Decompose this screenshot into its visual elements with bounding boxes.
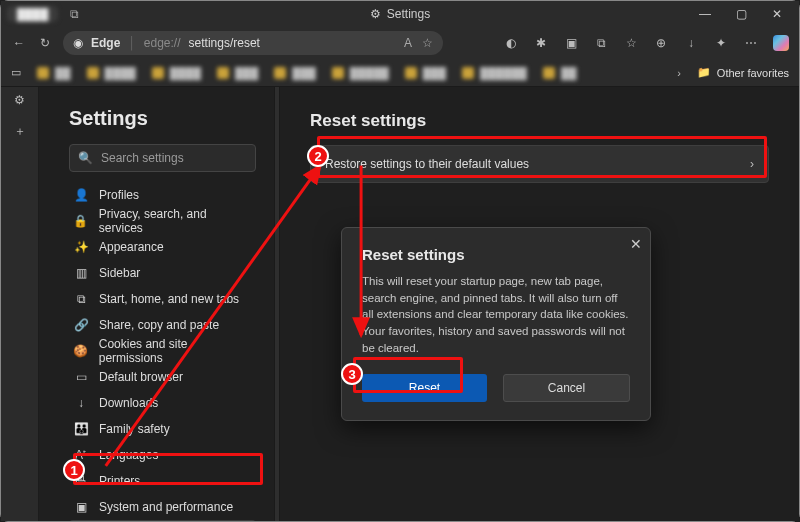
sidebar-item-appearance[interactable]: ✨Appearance: [69, 234, 256, 260]
vertical-tab-rail: ⚙ ＋: [1, 87, 39, 521]
sidebar-item-label: Appearance: [99, 240, 164, 254]
sidebar-item-label: Profiles: [99, 188, 139, 202]
printer-icon: 🖶: [73, 474, 89, 488]
dialog-close-button[interactable]: ✕: [630, 236, 642, 252]
settings-search-input[interactable]: 🔍 Search settings: [69, 144, 256, 172]
sidebar-item-sidebar[interactable]: ▥Sidebar: [69, 260, 256, 286]
sidebar-item-label: Default browser: [99, 370, 183, 384]
restore-defaults-label: Restore settings to their default values: [325, 157, 529, 171]
sidebar-item-share-copy-and-paste[interactable]: 🔗Share, copy and paste: [69, 312, 256, 338]
copilot-icon[interactable]: [773, 35, 789, 51]
sidebar-item-label: System and performance: [99, 500, 233, 514]
ext-icon-2[interactable]: ✱: [533, 36, 549, 50]
maximize-button[interactable]: ▢: [723, 1, 759, 27]
bookmark-item[interactable]: ██: [37, 67, 71, 79]
sidebar-item-label: Languages: [99, 448, 158, 462]
sidebar-item-reset-settings[interactable]: ↻Reset settings: [69, 520, 256, 521]
collections-icon[interactable]: ⊕: [653, 36, 669, 50]
favorite-icon[interactable]: ☆: [422, 36, 433, 50]
dialog-title: Reset settings: [362, 246, 630, 263]
sidebar-item-label: Family safety: [99, 422, 170, 436]
favorites-icon[interactable]: ☆: [623, 36, 639, 50]
address-path: settings/reset: [189, 36, 260, 50]
bookmark-item[interactable]: ███: [405, 67, 446, 79]
address-brand: Edge: [91, 36, 120, 50]
translate-icon[interactable]: A: [404, 36, 412, 50]
sidebar-item-printers[interactable]: 🖶Printers: [69, 468, 256, 494]
sidebar-item-privacy-search-and-services[interactable]: 🔒Privacy, search, and services: [69, 208, 256, 234]
bookmark-item[interactable]: ███: [217, 67, 258, 79]
reset-button[interactable]: Reset: [362, 374, 487, 402]
sidebar-item-label: Sidebar: [99, 266, 140, 280]
workspace-icon[interactable]: ⧉: [70, 7, 79, 21]
sidebar-item-default-browser[interactable]: ▭Default browser: [69, 364, 256, 390]
cookies-icon: 🍪: [73, 344, 89, 358]
bookmark-item[interactable]: █████: [332, 67, 389, 79]
more-icon[interactable]: ⋯: [743, 36, 759, 50]
settings-sidebar: Settings 🔍 Search settings 👤Profiles🔒Pri…: [39, 87, 274, 521]
tab-current[interactable]: ████: [7, 6, 58, 22]
sidebar-item-start-home-and-new-tabs[interactable]: ⧉Start, home, and new tabs: [69, 286, 256, 312]
refresh-button[interactable]: ↻: [37, 36, 53, 50]
family-icon: 👪: [73, 422, 89, 436]
ext-icon-3[interactable]: ▣: [563, 36, 579, 50]
ext-icon-1[interactable]: ◐: [503, 36, 519, 50]
download-icon: ↓: [73, 396, 89, 410]
lock-icon: 🔒: [73, 214, 89, 228]
sidebar-item-label: Privacy, search, and services: [99, 207, 252, 235]
extensions-icon[interactable]: ✦: [713, 36, 729, 50]
cancel-button[interactable]: Cancel: [503, 374, 630, 402]
sidebar-item-label: Share, copy and paste: [99, 318, 219, 332]
minimize-button[interactable]: ―: [687, 1, 723, 27]
sidebar-item-system-and-performance[interactable]: ▣System and performance: [69, 494, 256, 520]
back-button[interactable]: ←: [11, 36, 27, 50]
reset-settings-dialog: ✕ Reset settings This will reset your st…: [341, 227, 651, 421]
bookmarks-bar: ▭ ██ ████ ████ ███ ███ █████ ███ ██████ …: [1, 59, 799, 87]
dialog-body: This will reset your startup page, new t…: [362, 273, 630, 356]
edge-logo-icon: ◉: [73, 36, 83, 50]
chevron-right-icon: ›: [750, 157, 754, 171]
window-title: Settings: [387, 7, 430, 21]
reading-list-icon[interactable]: ▭: [11, 66, 21, 79]
bookmark-item[interactable]: ██████: [462, 67, 527, 79]
other-favorites[interactable]: 📁Other favorites: [697, 66, 789, 79]
restore-defaults-row[interactable]: Restore settings to their default values…: [310, 145, 769, 183]
share-icon: 🔗: [73, 318, 89, 332]
start-icon: ⧉: [73, 292, 89, 306]
address-scheme: edge://: [144, 36, 181, 50]
profile-icon: 👤: [73, 188, 89, 202]
other-favorites-label: Other favorites: [717, 67, 789, 79]
reset-button-label: Reset: [409, 381, 440, 395]
sidebar-item-family-safety[interactable]: 👪Family safety: [69, 416, 256, 442]
sidebar-icon: ▥: [73, 266, 89, 280]
search-icon: 🔍: [78, 151, 93, 165]
window-titlebar: ████ ⧉ ⚙ Settings ― ▢ ✕: [1, 1, 799, 27]
sidebar-item-label: Printers: [99, 474, 140, 488]
sidebar-item-label: Downloads: [99, 396, 158, 410]
browser-icon: ▭: [73, 370, 89, 384]
bookmark-item[interactable]: ████: [87, 67, 136, 79]
sidebar-item-downloads[interactable]: ↓Downloads: [69, 390, 256, 416]
search-placeholder: Search settings: [101, 151, 184, 165]
close-button[interactable]: ✕: [759, 1, 795, 27]
lang-icon: Aᵗ: [73, 448, 89, 462]
ext-icon-4[interactable]: ⧉: [593, 36, 609, 50]
bookmarks-overflow[interactable]: ›: [677, 67, 681, 79]
sidebar-item-label: Start, home, and new tabs: [99, 292, 239, 306]
sidebar-item-profiles[interactable]: 👤Profiles: [69, 182, 256, 208]
settings-tab-icon[interactable]: ⚙: [14, 93, 25, 107]
new-tab-button[interactable]: ＋: [14, 123, 26, 140]
sidebar-item-label: Cookies and site permissions: [99, 337, 252, 365]
toolbar: ← ↻ ◉ Edge │ edge://settings/reset A ☆ ◐…: [1, 27, 799, 59]
address-bar[interactable]: ◉ Edge │ edge://settings/reset A ☆: [63, 31, 443, 55]
page-title: Reset settings: [310, 111, 769, 131]
downloads-icon[interactable]: ↓: [683, 36, 699, 50]
bookmark-item[interactable]: ███: [274, 67, 315, 79]
appearance-icon: ✨: [73, 240, 89, 254]
sidebar-item-cookies-and-site-permissions[interactable]: 🍪Cookies and site permissions: [69, 338, 256, 364]
gear-icon: ⚙: [370, 7, 381, 21]
sidebar-item-languages[interactable]: AᵗLanguages: [69, 442, 256, 468]
bookmark-item[interactable]: ████: [152, 67, 201, 79]
cancel-button-label: Cancel: [548, 381, 585, 395]
bookmark-item[interactable]: ██: [543, 67, 577, 79]
